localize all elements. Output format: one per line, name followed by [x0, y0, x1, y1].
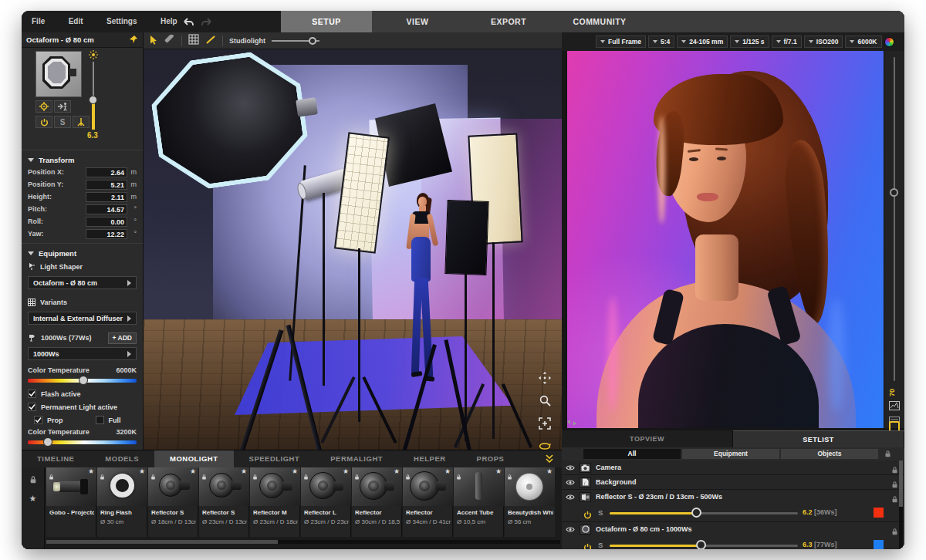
tab-timeline[interactable]: TIMELINE: [22, 450, 90, 467]
setlist-row-octaform[interactable]: Octaform - Ø 80 cm - 1000Ws: [562, 522, 904, 536]
focus-frame-icon[interactable]: [539, 417, 551, 433]
power-icon[interactable]: [583, 541, 592, 549]
orbit-icon[interactable]: [539, 440, 551, 450]
visibility-eye-icon[interactable]: [566, 475, 575, 489]
aperture-dropdown[interactable]: f/7.1: [772, 35, 802, 48]
library-item[interactable]: ★ Reflector S Ø 18cm / D 13cm: [148, 467, 198, 537]
permanent-temp-slider[interactable]: [28, 437, 137, 447]
sensor-dropdown[interactable]: Full Frame: [596, 35, 646, 48]
height-input[interactable]: 2.11: [86, 192, 127, 202]
star-icon[interactable]: ★: [292, 467, 298, 475]
intensity-slider-knob[interactable]: [89, 96, 97, 104]
tab-setlist[interactable]: SETLIST: [733, 430, 904, 447]
library-scrollbar-thumb[interactable]: [46, 540, 278, 544]
stand-button[interactable]: [73, 116, 90, 128]
iso-dropdown[interactable]: ISO200: [804, 35, 843, 48]
filter-objects[interactable]: Objects: [781, 449, 878, 459]
power-button[interactable]: [35, 116, 52, 128]
color-wheel-icon[interactable]: [884, 37, 894, 47]
intensity-knob[interactable]: [691, 508, 701, 518]
star-icon[interactable]: ★: [343, 467, 349, 475]
star-icon[interactable]: ★: [139, 467, 145, 475]
grid-tool-icon[interactable]: [188, 34, 199, 48]
shutter-dropdown[interactable]: 1/125 s: [730, 35, 769, 48]
gel-swatch-red[interactable]: [874, 508, 884, 518]
slider-knob[interactable]: [309, 37, 316, 45]
point-at-model-button[interactable]: [54, 100, 71, 113]
lock-icon[interactable]: [49, 470, 54, 484]
light-shaper-thumbnail[interactable]: [35, 51, 82, 97]
library-item[interactable]: ★ Reflector M Ø 23cm / D 18cm: [250, 467, 300, 537]
viewport-3d[interactable]: Studiolight: [144, 32, 562, 450]
roll-input[interactable]: 0.00: [86, 217, 127, 227]
setlist-row-reflector[interactable]: Reflector S - Ø 23cm / D 13cm - 500Ws: [562, 490, 904, 504]
pan-move-icon[interactable]: [539, 372, 551, 387]
lock-icon[interactable]: [405, 470, 411, 484]
camera-zoom-knob[interactable]: [890, 188, 898, 197]
library-item[interactable]: ★ Ring Flash Ø 30 cm: [97, 467, 147, 537]
library-scrollbar[interactable]: [46, 540, 560, 544]
power-icon[interactable]: [583, 508, 592, 522]
yaw-input[interactable]: 12.22: [86, 229, 127, 239]
pitch-input[interactable]: 14.57: [86, 204, 127, 214]
softbox-octaform[interactable]: [146, 49, 313, 195]
intensity-knob[interactable]: [696, 540, 706, 549]
menu-file[interactable]: File: [22, 11, 55, 32]
menu-settings[interactable]: Settings: [96, 11, 147, 32]
camera-preview[interactable]: [567, 51, 884, 428]
full-checkbox[interactable]: [96, 416, 104, 424]
model-figure[interactable]: [398, 193, 443, 401]
setlist-scrollbar[interactable]: [899, 460, 903, 549]
setlist-row-background[interactable]: Background: [562, 475, 904, 490]
star-icon[interactable]: ★: [190, 467, 196, 475]
library-item[interactable]: ★ Reflector L Ø 23cm / D 23cm: [301, 467, 351, 537]
lock-filter-icon[interactable]: [29, 474, 37, 487]
prop-checkbox[interactable]: [34, 416, 42, 424]
lock-icon[interactable]: [303, 470, 309, 484]
star-icon[interactable]: ★: [444, 467, 451, 475]
add-light-button[interactable]: + ADD: [108, 332, 137, 344]
tab-props[interactable]: PROPS: [461, 450, 520, 467]
lock-all-icon[interactable]: [884, 447, 891, 461]
tab-topview[interactable]: TOPVIEW: [562, 430, 733, 447]
visibility-eye-icon[interactable]: [566, 490, 575, 504]
position-y-input[interactable]: 5.21: [86, 180, 127, 190]
variants-dropdown[interactable]: Internal & External Diffuser: [28, 312, 137, 325]
black-flag-panel[interactable]: [444, 200, 488, 275]
select-cursor-icon[interactable]: [150, 34, 158, 48]
tab-view[interactable]: VIEW: [372, 11, 463, 32]
star-filter-icon[interactable]: ★: [29, 494, 37, 504]
tab-permalight[interactable]: PERMALIGHT: [315, 450, 398, 467]
position-x-input[interactable]: 2.64: [86, 167, 127, 177]
redo-icon[interactable]: [201, 16, 213, 30]
undo-icon[interactable]: [182, 16, 194, 30]
tab-monolight[interactable]: MONOLIGHT: [154, 450, 234, 467]
gel-swatch-blue[interactable]: [874, 540, 884, 549]
flash-temp-slider[interactable]: [28, 375, 137, 386]
library-item[interactable]: ★ Reflector Ø 34cm / D 41cm: [403, 467, 453, 537]
tab-setup[interactable]: SETUP: [281, 11, 372, 32]
tab-models[interactable]: MODELS: [90, 450, 154, 467]
solo-button[interactable]: S: [54, 116, 71, 128]
temp-knob[interactable]: [79, 376, 88, 385]
star-icon[interactable]: ★: [495, 467, 502, 475]
lens-dropdown[interactable]: 24-105 mm: [677, 35, 728, 48]
library-item[interactable]: ★ Gobo - Projector: [46, 467, 96, 537]
lock-icon[interactable]: [252, 470, 258, 484]
aspect-dropdown[interactable]: 5:4: [648, 35, 674, 48]
star-icon[interactable]: ★: [546, 467, 553, 475]
collapse-panel-icon[interactable]: [545, 452, 554, 466]
pin-icon[interactable]: [129, 33, 138, 47]
star-icon[interactable]: ★: [241, 467, 247, 475]
temp-knob[interactable]: [43, 437, 52, 447]
studiolight-slider[interactable]: [272, 36, 319, 46]
draw-line-tool-icon[interactable]: [205, 34, 216, 48]
studio-scene[interactable]: [144, 49, 562, 450]
star-icon[interactable]: ★: [394, 467, 400, 475]
camera-zoom-track[interactable]: [894, 57, 895, 381]
permanent-light-toggle[interactable]: Permanent Light active: [22, 400, 143, 413]
flash-active-toggle[interactable]: Flash active: [22, 387, 143, 400]
light-shaper-dropdown[interactable]: Octaform - Ø 80 cm: [28, 276, 137, 289]
library-item[interactable]: ★ Reflector S Ø 23cm / D 13cm: [199, 467, 249, 537]
library-item[interactable]: ★ Accent Tube Ø 10,5 cm: [454, 467, 504, 537]
